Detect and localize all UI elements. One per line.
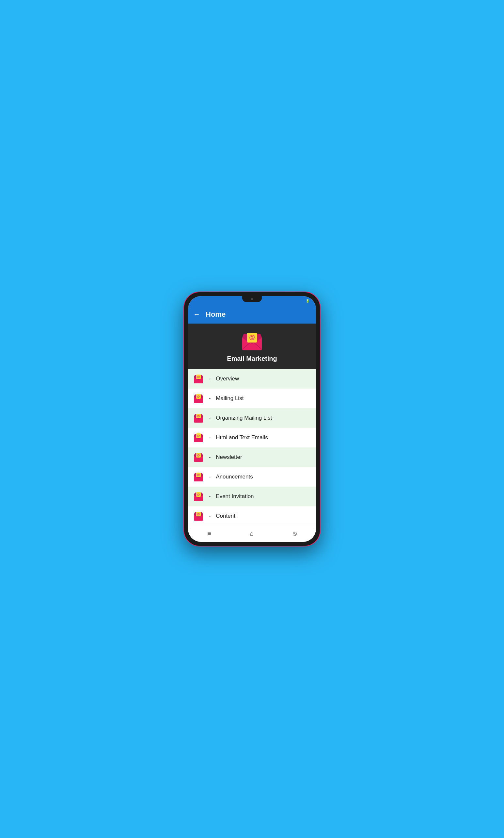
email-marketing-icon: @ <box>240 331 264 351</box>
list-item-dash: - <box>209 435 211 441</box>
svg-text:@: @ <box>197 434 200 437</box>
list-item-dash: - <box>209 454 211 460</box>
list-container[interactable]: @-Overview@-Mailing List@-Organizing Mai… <box>188 369 316 525</box>
list-item-dash: - <box>209 376 211 382</box>
phone-frame: 🔋 ← Home @ <box>183 292 321 546</box>
list-item-icon: @ <box>193 433 204 442</box>
svg-text:@: @ <box>197 395 200 398</box>
list-item-icon: @ <box>193 453 204 462</box>
list-item-label: Html and Text Emails <box>216 434 268 441</box>
app-bar-title: Home <box>206 310 226 319</box>
list-item-dash: - <box>209 474 211 480</box>
list-item-icon: @ <box>193 413 204 423</box>
list-item[interactable]: @-Event Invitation <box>188 487 316 506</box>
list-item-dash: - <box>209 513 211 519</box>
status-bar: 🔋 <box>188 296 316 305</box>
list-item-icon: @ <box>193 512 204 520</box>
list-item-icon: @ <box>193 394 204 403</box>
list-item-icon: @ <box>193 492 204 501</box>
list-item[interactable]: @-Anouncements <box>188 467 316 487</box>
list-item[interactable]: @-Html and Text Emails <box>188 428 316 447</box>
notch <box>242 296 262 302</box>
list-item[interactable]: @-Organizing Mailing List <box>188 408 316 428</box>
list-item-label: Organizing Mailing List <box>216 415 272 421</box>
list-item-label: Newsletter <box>216 454 242 461</box>
list-item-label: Content <box>216 513 235 519</box>
header-section: @ Email Marketing <box>188 324 316 369</box>
list-item-label: Mailing List <box>216 395 244 402</box>
svg-text:@: @ <box>197 493 200 496</box>
list-item-dash: - <box>209 395 211 401</box>
list-item-icon: @ <box>193 374 204 383</box>
battery-icon: 🔋 <box>306 299 309 303</box>
list-item-label: Anouncements <box>216 474 253 480</box>
menu-button[interactable]: ≡ <box>201 527 218 540</box>
svg-text:@: @ <box>197 473 200 477</box>
svg-text:@: @ <box>197 512 200 516</box>
list-item[interactable]: @-Content <box>188 506 316 525</box>
home-button[interactable]: ⌂ <box>244 527 260 540</box>
bottom-nav: ≡ ⌂ ⎋ <box>188 525 316 542</box>
header-title: Email Marketing <box>227 355 277 362</box>
list-item-label: Overview <box>216 376 239 382</box>
list-item[interactable]: @-Overview <box>188 369 316 389</box>
back-nav-button[interactable]: ⎋ <box>286 527 303 540</box>
list-item-dash: - <box>209 415 211 421</box>
svg-text:@: @ <box>197 454 200 457</box>
back-button[interactable]: ← <box>193 310 200 319</box>
list-item[interactable]: @-Mailing List <box>188 389 316 408</box>
camera <box>251 298 253 300</box>
list-item-dash: - <box>209 494 211 499</box>
svg-text:@: @ <box>197 375 200 378</box>
list-item-label: Event Invitation <box>216 493 254 500</box>
svg-text:@: @ <box>249 334 255 341</box>
app-bar: ← Home <box>188 305 316 324</box>
svg-text:@: @ <box>197 414 200 418</box>
list-item[interactable]: @-Newsletter <box>188 447 316 467</box>
phone-screen: 🔋 ← Home @ <box>188 296 316 542</box>
list-item-icon: @ <box>193 472 204 481</box>
